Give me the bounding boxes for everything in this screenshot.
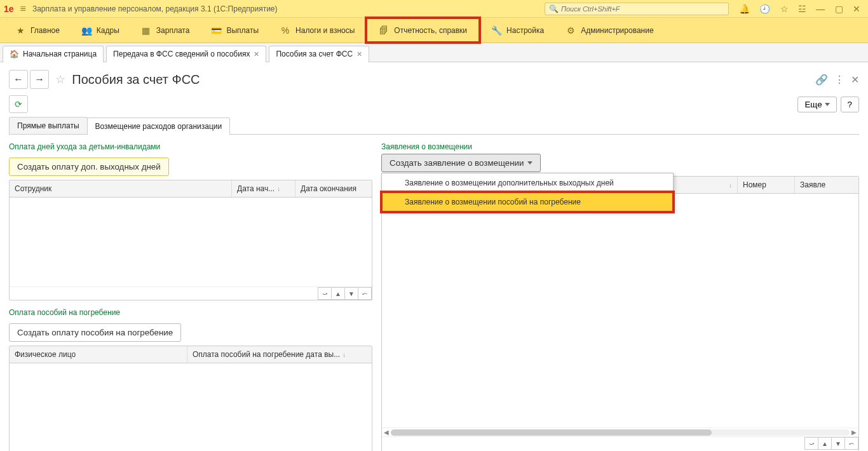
right-section-title[interactable]: Заявления о возмещении [381,142,859,151]
tab-label: Начальная страница [23,50,97,58]
menu-label: Администрирование [581,26,653,35]
menu-item-3[interactable]: 💳Выплаты [201,18,269,43]
grid1-col-startdate[interactable]: Дата нач... ↓ [232,180,295,197]
dropdown-item-0[interactable]: Заявление о возмещении дополнительных вы… [382,173,673,192]
menu-item-1[interactable]: 👥Кадры [71,18,130,43]
search-icon: 🔍 [549,4,559,13]
grid-last-button[interactable]: ⤺ [844,437,858,450]
tab-label: Передача в ФСС сведений о пособиях [113,50,250,58]
menu-icon: ▦ [141,25,151,36]
tab-close-icon[interactable]: ✕ [356,50,362,58]
menu-label: Кадры [97,26,119,35]
nav-arrows: ← → [9,70,49,89]
hscroll-track[interactable] [391,429,850,436]
menu-item-6[interactable]: 🔧Настройка [481,18,554,43]
page-close-icon[interactable]: ✕ [851,74,859,86]
favorite-star-icon[interactable]: ☆ [55,72,65,86]
menu-icon: 🗐 [379,25,389,36]
kebab-icon[interactable]: ⋮ [834,74,844,86]
create-application-button[interactable]: Создать заявление о возмещении [381,154,541,172]
sort-desc-icon: ↓ [342,351,346,358]
bell-icon[interactable]: 🔔 [735,4,754,14]
page-header: ← → ☆ Пособия за счет ФСС 🔗 ⋮ ✕ [9,70,859,89]
hscroll-right-button[interactable]: ▶ [850,428,858,437]
hamburger-icon[interactable]: ≡ [20,3,26,15]
subtab-0[interactable]: Прямые выплаты [9,117,88,134]
chevron-down-icon [527,161,532,165]
menu-label: Выплаты [226,26,259,35]
menu-item-7[interactable]: ⚙Администрирование [555,18,663,43]
grid2-head: Физическое лицо Оплата пособий на погреб… [10,346,372,363]
grid-down-button[interactable]: ▼ [344,287,358,300]
grid-first-button[interactable]: ⤻ [318,287,332,300]
menu-icon: 👥 [81,25,92,36]
dropdown-item-1[interactable]: Заявление о возмещении пособий на погреб… [382,192,673,212]
grid-funeral: Физическое лицо Оплата пособий на погреб… [9,346,372,451]
menu-item-5[interactable]: 🗐Отчетность, справки [366,18,480,43]
create-extra-days-button[interactable]: Создать оплату доп. выходных дней [9,158,169,176]
help-button[interactable]: ? [841,97,859,112]
subtab-1[interactable]: Возмещение расходов организации [87,118,231,135]
more-button[interactable]: Еще [797,97,836,112]
tab-1[interactable]: Передача в ФСС сведений о пособиях✕ [106,46,266,62]
gridR-hscroll[interactable]: ◀ ▶ [382,427,858,436]
menu-item-0[interactable]: ★Главное [5,18,70,43]
home-icon: 🏠 [10,50,19,58]
grid1-footer-arrows: ⤻ ▲ ▼ ⤺ [10,286,372,300]
search-input[interactable] [561,5,724,13]
menu-icon: 💳 [211,25,221,36]
filter-icon[interactable]: ☳ [794,4,810,14]
tab-0[interactable]: 🏠Начальная страница [3,46,104,62]
gridR-body[interactable] [382,194,858,427]
page-title: Пособия за счет ФСС [72,72,200,87]
gridR-col-app[interactable]: Заявле [795,177,858,193]
nav-fwd-button[interactable]: → [30,70,49,89]
title-bar: 1e ≡ Зарплата и управление персоналом, р… [0,0,868,18]
minimize-icon[interactable]: — [812,4,829,14]
menu-item-4[interactable]: %Налоги и взносы [270,18,365,43]
grid2-col-person[interactable]: Физическое лицо [10,346,187,363]
nav-back-button[interactable]: ← [9,70,28,89]
grid1-col-employee[interactable]: Сотрудник [10,180,232,197]
section1-title[interactable]: Оплата дней ухода за детьми-инвалидами [9,142,372,151]
more-label: Еще [804,100,822,109]
menu-label: Настройка [506,26,544,35]
create-funeral-button[interactable]: Создать оплату пособия на погребение [9,323,181,342]
app-title: Зарплата и управление персоналом, редакц… [32,4,278,13]
tab-2[interactable]: Пособия за счет ФСС✕ [269,46,369,62]
grid1-body[interactable] [10,198,372,286]
star-icon[interactable]: ☆ [776,4,792,14]
section2-title[interactable]: Оплата пособий на погребение [9,308,372,317]
grid-last-button[interactable]: ⤺ [358,287,372,300]
tabs-bar: 🏠Начальная страницаПередача в ФСС сведен… [0,43,868,62]
menu-label: Главное [31,26,60,35]
menu-icon: ⚙ [566,25,576,36]
menu-icon: 🔧 [491,25,501,36]
left-column: Оплата дней ухода за детьми-инвалидами С… [9,138,372,451]
close-icon[interactable]: ✕ [849,4,864,14]
grid-up-button[interactable]: ▲ [331,287,345,300]
gridR-col-number[interactable]: Номер [738,177,795,193]
grid-first-button[interactable]: ⤻ [804,437,818,450]
grid-employees: Сотрудник Дата нач... ↓ Дата окончания ⤻… [9,180,372,300]
grid2-body[interactable] [10,363,372,451]
title-icons: 🔔 🕘 ☆ ☳ — ▢ ✕ [735,4,864,14]
hscroll-left-button[interactable]: ◀ [382,428,391,437]
search-box[interactable]: 🔍 [545,3,729,15]
maximize-icon[interactable]: ▢ [831,4,847,14]
right-column: Заявления о возмещении Создать заявление… [381,138,859,451]
tab-label: Пособия за счет ФСС [276,50,353,58]
history-icon[interactable]: 🕘 [756,4,774,14]
chevron-down-icon [825,103,830,106]
refresh-button[interactable]: ⟳ [9,95,28,113]
toolbar-row: ⟳ Еще ? [9,95,859,113]
grid2-col-date[interactable]: Оплата пособий на погребение дата вы... … [187,346,372,363]
hscroll-thumb[interactable] [391,429,712,436]
grid1-col-enddate[interactable]: Дата окончания [295,180,372,197]
menu-icon: ★ [15,25,25,36]
tab-close-icon[interactable]: ✕ [254,50,259,58]
grid-down-button[interactable]: ▼ [831,437,845,450]
menu-item-2[interactable]: ▦Зарплата [131,18,200,43]
link-icon[interactable]: 🔗 [815,74,828,86]
grid-up-button[interactable]: ▲ [818,437,832,450]
